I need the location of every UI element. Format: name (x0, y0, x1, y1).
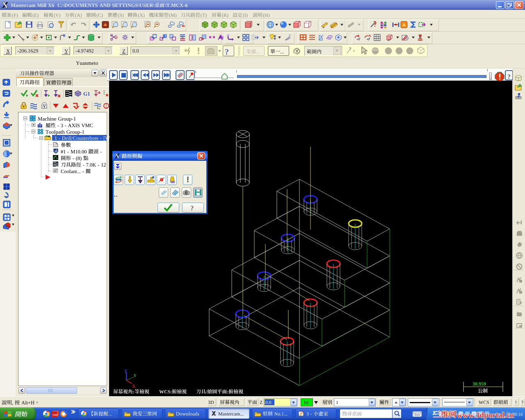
svg-text:SW: SW (52, 413, 58, 417)
